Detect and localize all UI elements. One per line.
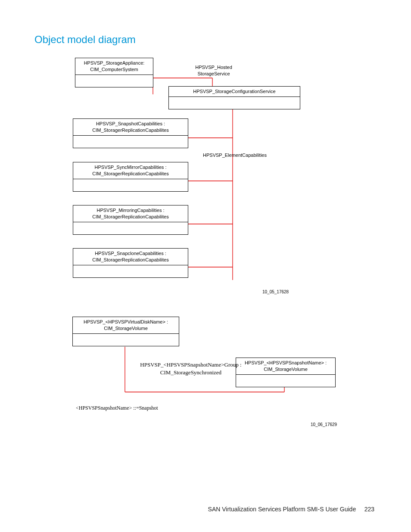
box-virtual-disk-title: HPSVSP_<HPSVSPVirtualDiskName> : CIM_Sto… [73, 317, 179, 334]
label-snapshot-group: HPSVSP_<HPSVSPSnapshotName>Group : CIM_S… [135, 361, 247, 376]
box-snapshot-caps: HPSVSP_SnapshotCapabilities : CIM_Storag… [73, 118, 188, 148]
footer-title: SAN Virtualization Services Platform SMI… [208, 506, 356, 513]
box-syncmirror-caps: HPSVSP_SyncMirrorCapabilities : CIM_Stor… [73, 162, 188, 192]
box-snapclone-caps: HPSVSP_SnapcloneCapabilities : CIM_Stora… [73, 248, 188, 278]
page-footer: SAN Virtualization Services Platform SMI… [208, 506, 374, 513]
label-hosted-service: HPSVSP_Hosted StorageService [184, 64, 244, 77]
box-snapshot-volume: HPSVSP_<HPSVSPSnapshotName> : CIM_Storag… [236, 358, 336, 387]
box-storage-appliance-title: HPSVSP_StorageAppliance: CIM_ComputerSys… [75, 58, 153, 75]
figure-id-1: 10_05_17628 [262, 289, 289, 294]
box-snapclone-caps-title: HPSVSP_SnapcloneCapabilities : CIM_Stora… [73, 249, 188, 265]
footer-page-number: 223 [364, 506, 374, 513]
box-storage-appliance: HPSVSP_StorageAppliance: CIM_ComputerSys… [75, 58, 153, 87]
box-snapshot-caps-title: HPSVSP_SnapshotCapabilities : CIM_Storag… [73, 119, 188, 136]
box-syncmirror-caps-title: HPSVSP_SyncMirrorCapabilities : CIM_Stor… [73, 162, 188, 179]
label-element-capabilities: HPSVSP_ElementCapabilities [196, 152, 274, 159]
page-title: Object model diagram [34, 34, 136, 46]
figure-id-2: 10_06_17629 [311, 422, 337, 427]
note-snapshot-name: <HPSVSPSnapshotName> ::=Snapshot [76, 405, 158, 411]
box-mirroring-caps-title: HPSVSP_MirroringCapabilities : CIM_Stora… [73, 205, 188, 222]
box-snapshot-volume-title: HPSVSP_<HPSVSPSnapshotName> : CIM_Storag… [236, 358, 335, 375]
connector-lines [0, 0, 411, 532]
box-config-service-title: HPSVSP_StorageConfigurationService [169, 87, 300, 97]
box-config-service: HPSVSP_StorageConfigurationService [168, 86, 300, 109]
box-virtual-disk: HPSVSP_<HPSVSPVirtualDiskName> : CIM_Sto… [72, 317, 179, 346]
box-mirroring-caps: HPSVSP_MirroringCapabilities : CIM_Stora… [73, 205, 188, 235]
